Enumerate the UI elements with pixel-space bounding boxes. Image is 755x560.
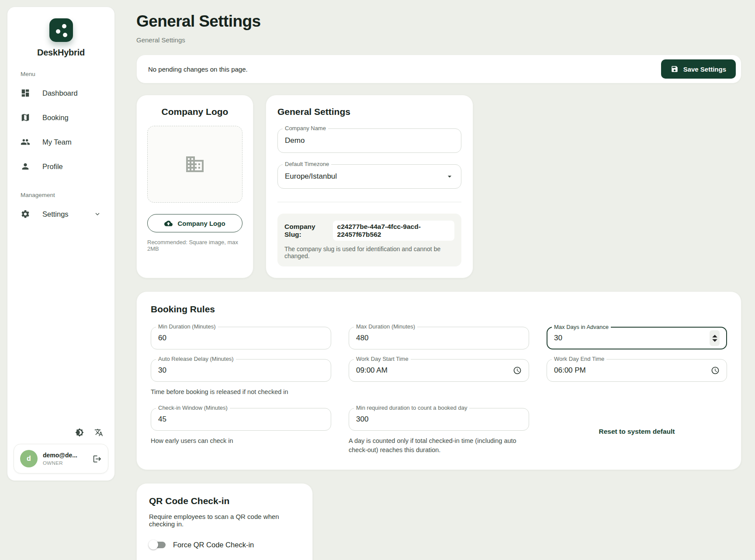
timezone-value: Europe/Istanbul (285, 172, 337, 181)
general-settings-card: General Settings Company Name Default Ti… (266, 95, 473, 278)
force-qr-checkin-toggle[interactable]: Force QR Code Check-in (149, 541, 300, 549)
company-logo-card-title: Company Logo (162, 107, 229, 117)
company-name-input[interactable] (285, 136, 454, 145)
company-slug-box: Company Slug: c24277be-44a7-4fcc-9acd-22… (277, 214, 461, 266)
company-slug-label: Company Slug: (284, 223, 329, 239)
sidebar-item-label: Settings (42, 210, 69, 218)
sidebar-item-booking[interactable]: Booking (7, 105, 114, 130)
auto-release-delay-input[interactable] (158, 366, 324, 375)
min-required-helper: A day is counted only if total checked-i… (349, 436, 529, 455)
work-day-start-time-value: 09:00 AM (356, 366, 388, 375)
divider (277, 202, 461, 202)
sidebar-footer-icons (7, 428, 114, 444)
caret-down-icon (445, 172, 454, 181)
checkin-window-field[interactable]: Check-in Window (Minutes) (151, 408, 331, 431)
max-duration-input[interactable] (356, 334, 522, 342)
dashboard-icon (21, 88, 30, 98)
company-name-field[interactable]: Company Name (277, 128, 461, 153)
language-icon[interactable] (94, 428, 103, 437)
sidebar-nav: Dashboard Booking My Team Profile (7, 81, 114, 179)
clock-icon[interactable] (513, 366, 522, 375)
sidebar-section-management: Management (7, 192, 114, 198)
sidebar-item-my-team[interactable]: My Team (7, 130, 114, 154)
checkin-window-input[interactable] (158, 415, 324, 424)
stepper-up-icon[interactable] (712, 334, 718, 338)
min-required-duration-field[interactable]: Min required duration to count a booked … (349, 408, 529, 431)
avatar: d (20, 450, 38, 467)
page-title: General Settings (136, 12, 741, 31)
save-bar: No pending changes on this page. Save Se… (136, 55, 741, 83)
company-slug-value: c24277be-44a7-4fcc-9acd-22457f67b562 (333, 221, 454, 241)
breadcrumb: General Settings (136, 36, 741, 44)
max-duration-field[interactable]: Max Duration (Minutes) (349, 327, 529, 349)
max-days-in-advance-field[interactable]: Max Days in Advance (547, 327, 727, 349)
work-day-start-time-field[interactable]: Work Day Start Time 09:00 AM (349, 359, 529, 382)
deskhybrid-logo-icon (49, 18, 73, 42)
qr-checkin-card: QR Code Check-in Require employees to sc… (136, 483, 313, 560)
sidebar-item-label: Dashboard (42, 89, 78, 97)
person-icon (21, 162, 30, 171)
auto-release-delay-field[interactable]: Auto Release Delay (Minutes) (151, 359, 331, 382)
user-email: demo@de... (43, 452, 87, 459)
sidebar: DeskHybrid Menu Dashboard Booking My Tea… (7, 7, 115, 481)
people-icon (21, 137, 30, 147)
sidebar-item-dashboard[interactable]: Dashboard (7, 81, 114, 105)
booking-rules-card: Booking Rules Min Duration (Minutes) Max… (136, 291, 741, 470)
general-settings-card-title: General Settings (277, 107, 461, 117)
sidebar-item-label: Profile (42, 162, 63, 171)
gear-icon (21, 209, 30, 219)
sidebar-item-label: Booking (42, 114, 69, 122)
sidebar-item-settings[interactable]: Settings (7, 202, 114, 226)
logout-icon[interactable] (93, 454, 102, 463)
user-card[interactable]: d demo@de... OWNER (14, 444, 108, 474)
logo-hint: Recommended: Square image, max 2MB (147, 239, 242, 252)
booking-rules-title: Booking Rules (151, 304, 727, 315)
chevron-down-icon (94, 210, 101, 218)
work-day-end-time-value: 06:00 PM (554, 366, 586, 375)
building-icon (184, 154, 205, 175)
save-settings-button[interactable]: Save Settings (661, 59, 736, 79)
cloud-upload-icon (164, 219, 173, 228)
map-icon (21, 113, 30, 122)
number-stepper[interactable] (710, 330, 720, 346)
max-days-in-advance-input[interactable] (554, 334, 710, 342)
qr-checkin-title: QR Code Check-in (149, 496, 300, 506)
pending-changes-status: No pending changes on this page. (148, 66, 248, 73)
company-logo-card: Company Logo Company Logo Recommended: S… (136, 95, 253, 278)
work-day-end-time-field[interactable]: Work Day End Time 06:00 PM (547, 359, 727, 382)
checkin-window-helper: How early users can check in (151, 436, 331, 446)
auto-release-helper: Time before booking is released if not c… (151, 387, 331, 397)
logo-dropzone[interactable] (147, 126, 242, 203)
toggle-switch-off[interactable] (149, 542, 166, 548)
qr-checkin-description: Require employees to scan a QR code when… (149, 513, 300, 528)
main-content: General Settings General Settings No pen… (136, 12, 741, 560)
sidebar-item-profile[interactable]: Profile (7, 154, 114, 179)
reset-to-default-link[interactable]: Reset to system default (599, 428, 675, 436)
min-required-duration-input[interactable] (356, 415, 522, 424)
timezone-select[interactable]: Default Timezone Europe/Istanbul (277, 164, 461, 189)
save-icon (671, 65, 679, 73)
sidebar-item-label: My Team (42, 138, 72, 146)
sidebar-section-menu: Menu (7, 71, 114, 77)
company-name-label: Company Name (283, 125, 328, 131)
upload-logo-button[interactable]: Company Logo (147, 214, 242, 232)
min-duration-input[interactable] (158, 334, 324, 342)
brand-name: DeskHybrid (37, 48, 85, 58)
stepper-down-icon[interactable] (712, 339, 718, 342)
user-role-badge: OWNER (43, 460, 87, 466)
brand: DeskHybrid (7, 18, 114, 58)
timezone-label: Default Timezone (283, 161, 331, 167)
company-slug-help: The company slug is used for identificat… (284, 245, 454, 259)
clock-icon[interactable] (711, 366, 720, 375)
theme-toggle-icon[interactable] (75, 428, 84, 437)
min-duration-field[interactable]: Min Duration (Minutes) (151, 327, 331, 349)
